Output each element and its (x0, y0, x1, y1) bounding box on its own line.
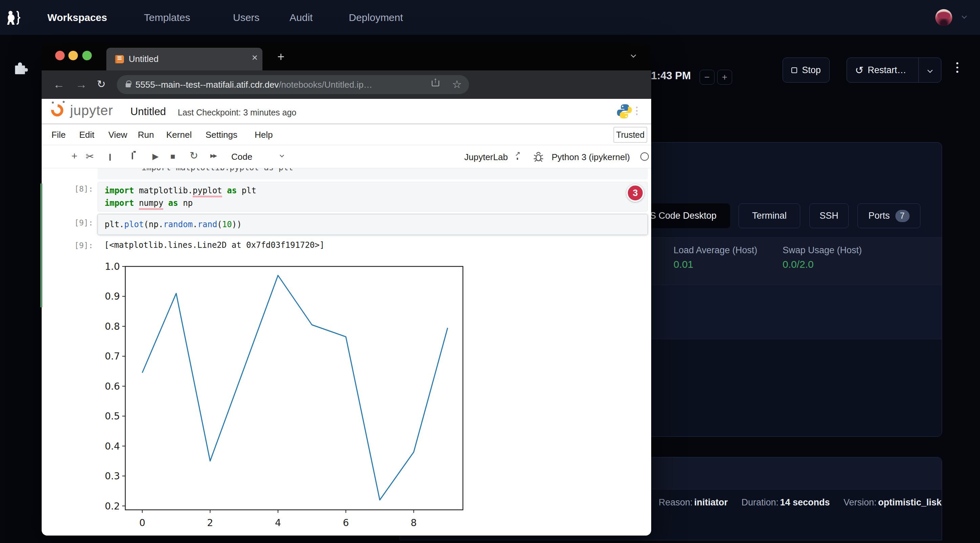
minimize-traffic-light[interactable] (68, 51, 78, 60)
browser-tab-strip: Untitled × + (41, 44, 651, 70)
stop-square-icon (791, 67, 797, 73)
cell-type-select[interactable]: Code (231, 152, 252, 162)
restart-button[interactable]: ↺ Restart… (847, 58, 918, 82)
user-menu-chevron-icon[interactable] (962, 14, 967, 19)
address-bar[interactable]: 5555--main--test--matifali.atif.cdr.dev/… (117, 75, 469, 94)
svg-text:0: 0 (139, 517, 145, 529)
svg-text:0.5: 0.5 (105, 411, 120, 422)
svg-text:0.8: 0.8 (105, 321, 120, 332)
jupyter-header: jupyter Untitled Last Checkpoint: 3 minu… (41, 99, 651, 124)
nav-item-workspaces[interactable]: Workspaces (48, 0, 107, 35)
svg-text:0.6: 0.6 (105, 381, 120, 392)
jupyter-notebook-favicon (115, 55, 124, 63)
cell-output-text: [<matplotlib.lines.Line2D at 0x7fd03f191… (104, 240, 325, 250)
tab-ports[interactable]: Ports 7 (858, 203, 920, 228)
version-value: optimistic_liskov9 (878, 497, 942, 508)
notification-count-badge[interactable]: 3 (627, 184, 644, 202)
screen: Workspaces Templates Users Audit Deploym… (0, 0, 980, 543)
puzzle-extension-icon[interactable] (13, 60, 28, 76)
kernel-status-icon (640, 152, 649, 161)
notebook-area: import matplotlib.pyplot as plt [8]: imp… (41, 168, 651, 535)
output-prompt: [9]: (73, 241, 93, 250)
paste-cells-icon[interactable] (132, 152, 133, 159)
tab-label: SSH (819, 211, 838, 221)
stop-label: Stop (802, 65, 821, 76)
menu-run[interactable]: Run (138, 124, 154, 145)
python-logo-icon (617, 103, 632, 119)
code-cell-selected[interactable]: plt.plot(np.random.rand(10)) (97, 214, 648, 235)
green-edge-bar (40, 184, 42, 307)
jupyter-toolbar: + ✂ ▶ ■ ↻ ▶▶ Code JupyterLab Python 3 (i… (41, 145, 651, 168)
tab-title: Untitled (129, 54, 159, 64)
add-cell-icon[interactable]: + (72, 150, 78, 162)
ports-count-badge: 7 (895, 210, 910, 222)
interrupt-kernel-icon[interactable]: ■ (170, 152, 175, 161)
run-cell-icon[interactable]: ▶ (153, 152, 159, 161)
menu-view[interactable]: View (108, 124, 127, 145)
jupyter-menu-bar: File Edit View Run Kernel Settings Help … (41, 124, 651, 145)
tab-label: Ports (868, 211, 889, 221)
tab-terminal[interactable]: Terminal (738, 203, 800, 228)
stop-workspace-button[interactable]: Stop (783, 57, 830, 83)
tab-ssh[interactable]: SSH (809, 203, 849, 228)
reason-value: initiator (694, 497, 728, 508)
zoom-in-button[interactable]: + (717, 70, 732, 85)
nav-item-deployment[interactable]: Deployment (349, 0, 403, 35)
copy-cells-icon[interactable] (110, 154, 111, 161)
back-icon[interactable]: ← (53, 78, 65, 91)
browser-toolbar: ← → ↻ 5555--main--test--matifali.atif.cd… (41, 70, 651, 99)
jupyterlab-link[interactable]: JupyterLab (464, 152, 508, 162)
swap-usage-value: 0.0/2.0 (783, 259, 814, 270)
nav-item-users[interactable]: Users (233, 0, 259, 35)
svg-text:4: 4 (275, 517, 281, 529)
maximize-traffic-light[interactable] (82, 51, 92, 60)
svg-text:0.9: 0.9 (105, 291, 120, 302)
menu-file[interactable]: File (51, 124, 66, 145)
open-jupyterlab-external-icon[interactable] (517, 153, 518, 160)
lock-icon (126, 83, 131, 87)
load-average-label: Load Average (Host) (673, 245, 757, 256)
nav-item-templates[interactable]: Templates (144, 0, 190, 35)
tab-label: Terminal (752, 211, 787, 221)
forward-icon[interactable]: → (75, 78, 87, 91)
notebook-title[interactable]: Untitled (130, 106, 166, 118)
matplotlib-figure: 0.20.30.40.50.60.70.80.91.002468 (102, 261, 481, 535)
menu-edit[interactable]: Edit (79, 124, 94, 145)
chrome-menu-kebab-icon[interactable] (636, 106, 638, 115)
cell-type-chevron-icon[interactable] (280, 153, 284, 157)
run-all-icon[interactable]: ▶▶ (210, 153, 216, 159)
new-tab-button[interactable]: + (277, 50, 285, 64)
user-avatar[interactable] (935, 9, 952, 26)
menu-kernel[interactable]: Kernel (166, 124, 192, 145)
svg-text:0.4: 0.4 (105, 441, 120, 452)
checkpoint-status: Last Checkpoint: 3 minutes ago (178, 108, 296, 117)
restart-kernel-icon[interactable]: ↻ (189, 150, 198, 162)
kernel-name[interactable]: Python 3 (ipykernel) (552, 152, 630, 162)
svg-text:1.0: 1.0 (105, 261, 120, 272)
svg-text:6: 6 (343, 517, 349, 529)
bookmark-star-icon[interactable]: ☆ (452, 78, 462, 91)
code-cell[interactable]: import matplotlib.pyplot as plt import n… (97, 182, 648, 211)
tab-search-chevron-icon[interactable] (631, 52, 636, 58)
tab-close-icon[interactable]: × (251, 52, 258, 63)
share-icon[interactable] (432, 81, 439, 86)
nav-item-audit[interactable]: Audit (290, 0, 313, 35)
cut-cells-icon[interactable]: ✂ (86, 151, 94, 162)
top-nav-bar: Workspaces Templates Users Audit Deploym… (0, 0, 980, 35)
restart-options-chevron[interactable] (919, 58, 941, 82)
browser-tab[interactable]: Untitled × (106, 48, 262, 70)
zoom-out-button[interactable]: − (700, 70, 714, 85)
trusted-button[interactable]: Trusted (614, 127, 647, 143)
debugger-bug-icon[interactable] (533, 151, 544, 162)
clipped-previous-cell[interactable]: import matplotlib.pyplot as plt (97, 168, 648, 179)
menu-help[interactable]: Help (255, 124, 273, 145)
svg-text:8: 8 (411, 517, 417, 529)
svg-text:2: 2 (207, 517, 213, 529)
workspace-menu-kebab-icon[interactable] (956, 62, 958, 73)
close-window-traffic-light[interactable] (55, 51, 65, 60)
restart-workspace-split-button[interactable]: ↺ Restart… (846, 57, 942, 83)
coder-logo-icon[interactable] (5, 9, 22, 26)
menu-settings[interactable]: Settings (205, 124, 237, 145)
reload-icon[interactable]: ↻ (97, 78, 106, 90)
svg-text:0.3: 0.3 (105, 470, 120, 482)
